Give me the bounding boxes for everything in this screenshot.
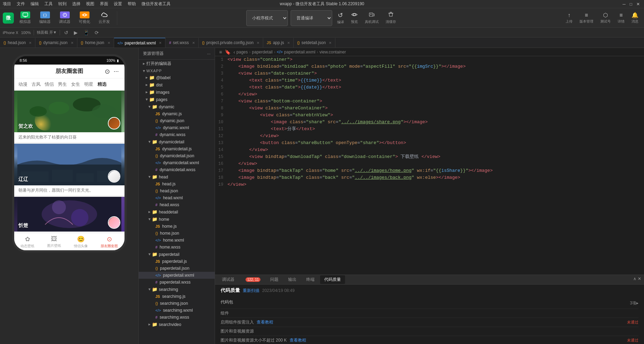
preview-btn[interactable]: 预览 xyxy=(349,10,360,26)
folder-searchimg[interactable]: ▶ 📁 searchimg xyxy=(139,286,215,293)
folder-dynamic[interactable]: ▶ 📁 dynamic xyxy=(139,103,215,110)
folder-pages[interactable]: ▶ 📁 pages xyxy=(139,96,215,103)
card-2[interactable]: 辽辽 朝暑与岁月同往，愿我们一同行至天光。 xyxy=(14,144,124,195)
folder-images[interactable]: ▶ 📁 images xyxy=(139,89,215,96)
card-3[interactable]: 忻楚 xyxy=(14,197,124,232)
file-home-js[interactable]: JS home.js xyxy=(139,223,215,230)
file-dynamicdetail-js[interactable]: JS dynamicdetail.js xyxy=(139,145,215,152)
section-open-editors[interactable]: ▶ 打开的编辑器 xyxy=(139,60,215,68)
rotate-btn[interactable]: ⟳ xyxy=(93,29,100,36)
folder-babel[interactable]: ▶ 📁 @babel xyxy=(139,74,215,81)
file-dynamic-wxml[interactable]: </> dynamic.wxml xyxy=(139,124,215,131)
tab-app-js[interactable]: JS app.js ✕ xyxy=(263,38,294,48)
tab-close-setdetail-json[interactable]: ✕ xyxy=(329,41,332,45)
menu-item-project[interactable]: 项目 xyxy=(3,1,11,7)
bottom-nav-wallpaper[interactable]: ✿ 动态壁纸 xyxy=(20,235,34,249)
version-btn[interactable]: ≡ 版本管理 xyxy=(577,11,596,25)
clean-cache-btn[interactable]: 清缓存 xyxy=(384,10,398,26)
file-head-wxml[interactable]: </> head.wxml xyxy=(139,194,215,201)
tab-paperdetail-wxml[interactable]: </> paperdetail.wxml ✕ xyxy=(114,38,166,48)
menu-item-tools[interactable]: 工具 xyxy=(44,1,53,7)
real-debug-btn[interactable]: 真机调试 xyxy=(363,10,381,26)
tab-project-config[interactable]: {} project.private.config.json ✕ xyxy=(199,38,263,48)
bottom-nav-moments[interactable]: ⊙ 朋友圈套图 xyxy=(101,235,118,249)
refresh-secondary-btn[interactable]: ↺ xyxy=(63,29,70,36)
toolbar-btn-simulator[interactable]: 模拟器 xyxy=(17,10,34,26)
panel-close-btn[interactable]: ✕ xyxy=(638,276,641,281)
menu-item-goto[interactable]: 转到 xyxy=(58,1,67,7)
folder-head[interactable]: ▶ 📁 head xyxy=(139,173,215,181)
cat-couple[interactable]: 情侣 xyxy=(45,81,54,87)
file-head-js[interactable]: JS head.js xyxy=(139,181,215,187)
menu-item-interface[interactable]: 界面 xyxy=(100,1,108,7)
quality-media-link[interactable]: 查看教程 xyxy=(290,337,306,343)
folder-paperdetail[interactable]: ▶ 📁 paperdetail xyxy=(139,251,215,258)
file-paperdetail-json[interactable]: {} paperdetail.json xyxy=(139,265,215,272)
bottom-tab-issue[interactable]: 问题 xyxy=(266,275,283,284)
menu-item-settings[interactable]: 设置 xyxy=(114,1,122,7)
tab-close-project-config[interactable]: ✕ xyxy=(257,41,259,45)
back-icon[interactable]: ‹ xyxy=(233,49,235,55)
tab-set-wxss[interactable]: # set.wxss ✕ xyxy=(165,38,198,48)
minimize-btn[interactable]: ─ xyxy=(622,2,626,7)
menu-item-file[interactable]: 文件 xyxy=(17,1,25,7)
explorer-menu-btn[interactable]: ··· xyxy=(207,51,211,56)
cat-star[interactable]: 明星 xyxy=(84,81,93,87)
detail-btn[interactable]: ≡ 详情 xyxy=(615,11,627,25)
section-wxapp[interactable]: ▶ WXAPP xyxy=(139,68,215,74)
tab-close-head-json[interactable]: ✕ xyxy=(29,41,32,45)
tab-close-app-js[interactable]: ✕ xyxy=(287,41,290,45)
menu-item-edit[interactable]: 编辑 xyxy=(31,1,39,7)
tab-close-home-json[interactable]: ✕ xyxy=(108,41,110,45)
phone-nav-dots[interactable]: ··· xyxy=(113,68,119,75)
file-searchimg-wxss[interactable]: # searchimg.wxss xyxy=(139,314,215,321)
folder-dist[interactable]: ▶ 📁 dist xyxy=(139,81,215,89)
mode-select[interactable]: 小程序模式 xyxy=(246,10,288,26)
card-1[interactable]: 贺之欢 迟来的阳光救不了枯萎的向日葵 xyxy=(14,91,124,142)
test-btn[interactable]: ⬡ 测试号 xyxy=(598,10,613,25)
file-head-wxss[interactable]: # head.wxss xyxy=(139,201,215,208)
compile-select[interactable]: 普通编译 xyxy=(291,10,332,26)
file-head-json[interactable]: {} head.json xyxy=(139,187,215,194)
cat-female[interactable]: 女生 xyxy=(71,81,80,87)
tab-dynamic-json[interactable]: {} dynamic.json ✕ xyxy=(35,38,77,48)
file-dynamicdetail-wxss[interactable]: # dynamicdetail.wxss xyxy=(139,166,215,173)
tab-close-set-wxss[interactable]: ✕ xyxy=(192,41,195,45)
folder-searchvideo[interactable]: ▶ 📁 searchvideo xyxy=(139,321,215,328)
file-searchimg-wxml[interactable]: </> searchimg.wxml xyxy=(139,307,215,314)
file-dynamicdetail-json[interactable]: {} dynamicdetail.json xyxy=(139,152,215,159)
toolbar-btn-debug[interactable]: 调试器 xyxy=(56,10,73,26)
folder-home[interactable]: ▶ 📁 home xyxy=(139,216,215,223)
file-home-wxss[interactable]: # home.wxss xyxy=(139,244,215,251)
panel-collapse-btn[interactable]: ∧ xyxy=(633,276,636,281)
message-btn[interactable]: 🔔 消息 xyxy=(629,10,641,25)
tab-head-json[interactable]: {} head.json ✕ xyxy=(0,38,35,48)
bottom-tab-debugger[interactable]: 调试器 xyxy=(218,275,239,284)
maximize-btn[interactable]: □ xyxy=(630,2,632,7)
file-dynamic-json[interactable]: {} dynamic.json xyxy=(139,117,215,124)
cat-anime[interactable]: 动漫 xyxy=(18,81,27,87)
cat-featured[interactable]: 精选 xyxy=(97,81,106,87)
menu-item-select[interactable]: 选择 xyxy=(72,1,80,7)
file-searchimg-js[interactable]: JS searchimg.js xyxy=(139,293,215,300)
phone-btn[interactable]: 📱 xyxy=(82,29,91,36)
toolbar-btn-editor[interactable]: {} 编辑器 xyxy=(36,10,53,26)
compile-btn[interactable]: ↺ 编译 xyxy=(335,10,346,26)
quality-rescan-btn[interactable]: 重新扫描 xyxy=(243,288,259,294)
file-home-json[interactable]: {} home.json xyxy=(139,230,215,237)
file-searchimg-json[interactable]: {} searchimg.json xyxy=(139,300,215,307)
bottom-nav-photo[interactable]: 🖼 图片壁纸 xyxy=(47,235,61,248)
toolbar-btn-visual[interactable]: 可视化 xyxy=(76,10,93,26)
bottom-tab-quality[interactable]: 代码质量 xyxy=(320,275,345,284)
file-paperdetail-wxss[interactable]: # paperdetail.wxss xyxy=(139,279,215,286)
tab-close-paperdetail-wxml[interactable]: ✕ xyxy=(159,41,162,45)
phone-record-btn[interactable]: ⊙ xyxy=(105,68,110,75)
quality-component-link[interactable]: 查看教程 xyxy=(257,319,273,325)
cat-classical[interactable]: 古风 xyxy=(32,81,41,87)
bottom-tab-terminal[interactable]: 终端 xyxy=(302,275,319,284)
menu-item-view[interactable]: 视图 xyxy=(86,1,94,7)
folder-headdetail[interactable]: ▶ 📁 headdetail xyxy=(139,208,215,216)
bottom-tab-error[interactable]: 122, 11 xyxy=(240,276,265,283)
tab-close-dynamic-json[interactable]: ✕ xyxy=(71,41,74,45)
tab-setdetail-json[interactable]: {} setdetail.json ✕ xyxy=(294,38,335,48)
